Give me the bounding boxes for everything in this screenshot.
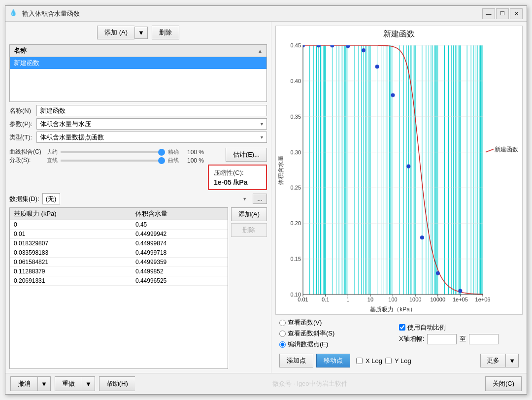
estimate-button[interactable]: 估计(E)...: [226, 148, 267, 162]
type-select-wrapper: 体积含水量数据点函数: [36, 132, 267, 143]
maximize-button[interactable]: ☐: [496, 8, 509, 19]
segment-slider-row: 直线 曲线 100 %: [47, 157, 204, 164]
move-point-button[interactable]: 移动点: [316, 354, 350, 367]
curve-fit-slider-row: 大约 精确 100 %: [47, 148, 204, 156]
compress-label: 压缩性(C):: [214, 168, 261, 177]
table-row[interactable]: 0.0615848210.44999359: [10, 258, 228, 267]
x-axis-to-label: 至: [460, 334, 466, 343]
chart-title: 新建函数: [276, 26, 522, 40]
param-select-wrapper: 体积含水量与水压: [36, 118, 267, 130]
auto-scale-checkbox[interactable]: [399, 324, 405, 331]
auto-scale-label: 使用自动比例: [407, 323, 446, 332]
bottom-bar: 撤消 ▼ 重做 ▼ 帮助(H) 微众号 · igeo中仿岩土软件 关闭(C): [5, 373, 527, 394]
dataset-label: 数据集(D):: [9, 195, 39, 203]
dataset-select-wrap: (无): [42, 193, 250, 204]
chart-canvas: [276, 40, 522, 314]
watermark: 微众号 · igeo中仿岩土软件: [139, 379, 481, 388]
seg-left-label: 直线: [47, 157, 58, 164]
list-body[interactable]: 新建函数: [10, 57, 266, 101]
add-point-button[interactable]: 添加点: [279, 354, 313, 367]
redo-group: 重做 ▼: [55, 376, 95, 391]
param-select[interactable]: 体积含水量与水压: [36, 118, 267, 130]
delete-button[interactable]: 删除: [152, 26, 179, 39]
close-window-button[interactable]: ✕: [510, 8, 523, 19]
compress-box: 压缩性(C): 1e-05 /kPa: [208, 165, 267, 190]
x-axis-from-input[interactable]: [427, 334, 457, 344]
help-button[interactable]: 帮助(H): [99, 376, 135, 391]
view-slope-radio[interactable]: [279, 331, 286, 337]
col2-header: 体积含水量: [132, 208, 228, 220]
segment-row: 分段(S): 直线 曲线 100 %: [9, 156, 204, 165]
dataset-select[interactable]: (无): [42, 193, 60, 204]
table-row[interactable]: 0.112883790.4499852: [10, 267, 228, 276]
data-table-wrap[interactable]: 基质吸力 (kPa) 体积含水量 00.450.010.449999420.01…: [9, 207, 228, 369]
param-label: 参数(P):: [9, 120, 33, 129]
add-button[interactable]: 添加 (A): [97, 26, 134, 39]
cancel-button[interactable]: 撤消: [10, 376, 37, 391]
toolbar-row: 添加 (A) ▼ 删除: [9, 26, 267, 39]
redo-button[interactable]: 重做: [55, 376, 82, 391]
list-header-title: 名称: [14, 46, 27, 55]
cell-col1: 0.018329807: [10, 239, 132, 248]
edit-data-radio[interactable]: [279, 341, 286, 348]
cell-col1: 0.11288379: [10, 267, 132, 276]
x-log-checkbox[interactable]: [356, 358, 363, 364]
redo-arrow-button[interactable]: ▼: [82, 376, 95, 391]
add-arrow-button[interactable]: ▼: [134, 27, 148, 39]
curve-fit-label: 曲线拟合(C): [9, 148, 44, 156]
auto-scale-row: 使用自动比例: [399, 323, 516, 332]
close-button[interactable]: 关闭(C): [485, 376, 522, 391]
fit-right-label: 精确: [168, 148, 179, 156]
segment-label: 分段(S):: [9, 156, 44, 165]
type-label: 类型(T):: [9, 133, 33, 142]
x-axis-to-input[interactable]: [469, 334, 499, 344]
dataset-dots-button[interactable]: ...: [253, 194, 267, 204]
more-dropdown: 更多 ▼: [480, 354, 519, 367]
more-arrow-button[interactable]: ▼: [506, 354, 519, 367]
table-row[interactable]: 0.0183298070.44999874: [10, 239, 228, 248]
curve-fit-value: 100 %: [182, 149, 204, 156]
segment-slider[interactable]: [61, 160, 165, 162]
table-section: 基质吸力 (kPa) 体积含水量 00.450.010.449999420.01…: [9, 207, 267, 369]
more-button[interactable]: 更多: [480, 354, 506, 367]
name-label: 名称(N): [9, 106, 33, 115]
table-add-button[interactable]: 添加(A): [231, 207, 267, 221]
cancel-arrow-button[interactable]: ▼: [37, 376, 51, 391]
main-window: 💧 输入体积含水量函数 — ☐ ✕ 添加 (A) ▼ 删除 名称 ▲: [5, 5, 527, 395]
edit-data-label: 编辑数据点(E): [288, 340, 328, 349]
cell-col2: 0.44999942: [132, 230, 228, 239]
cell-col1: 0.20691331: [10, 276, 132, 286]
list-item[interactable]: 新建函数: [10, 57, 266, 69]
col1-header: 基质吸力 (kPa): [10, 208, 132, 220]
name-input[interactable]: [36, 105, 267, 116]
curve-fit-row: 曲线拟合(C) 大约 精确 100 %: [9, 148, 204, 156]
function-list: 名称 ▲ 新建函数: [9, 44, 267, 102]
cell-col1: 0: [10, 220, 132, 230]
x-log-label: X Log: [366, 357, 382, 365]
minimize-button[interactable]: —: [482, 8, 495, 19]
data-table: 基质吸力 (kPa) 体积含水量 00.450.010.449999420.01…: [10, 208, 228, 286]
type-select[interactable]: 体积含水量数据点函数: [36, 132, 267, 143]
table-row[interactable]: 0.206913310.44996525: [10, 276, 228, 286]
action-btns: 添加点 移动点 X Log Y Log 更多 ▼: [275, 354, 523, 370]
y-log-checkbox[interactable]: [385, 358, 392, 364]
view-func-radio-row: 查看函数(V): [279, 318, 396, 327]
table-row[interactable]: 0.0335981830.44999718: [10, 248, 228, 258]
title-bar: 💧 输入体积含水量函数 — ☐ ✕: [5, 6, 527, 22]
chart-inner: [276, 40, 522, 314]
table-row[interactable]: 0.010.44999942: [10, 230, 228, 239]
curve-section: 曲线拟合(C) 大约 精确 100 % 分段(S): 直线: [9, 148, 204, 165]
view-slope-radio-row: 查看函数斜率(S): [279, 329, 396, 338]
chart-area: 新建函数: [275, 26, 523, 315]
window-title: 输入体积含水量函数: [22, 9, 482, 18]
cell-col2: 0.45: [132, 220, 228, 230]
cell-col2: 0.4499852: [132, 267, 228, 276]
view-func-radio[interactable]: [279, 320, 286, 326]
seg-right-label: 曲线: [168, 157, 179, 164]
segment-value: 100 %: [182, 157, 204, 164]
curve-fit-slider[interactable]: [61, 151, 165, 153]
cell-col2: 0.44999359: [132, 258, 228, 267]
cell-col1: 0.061584821: [10, 258, 132, 267]
table-row[interactable]: 00.45: [10, 220, 228, 230]
table-buttons: 添加(A) 删除: [231, 207, 267, 369]
